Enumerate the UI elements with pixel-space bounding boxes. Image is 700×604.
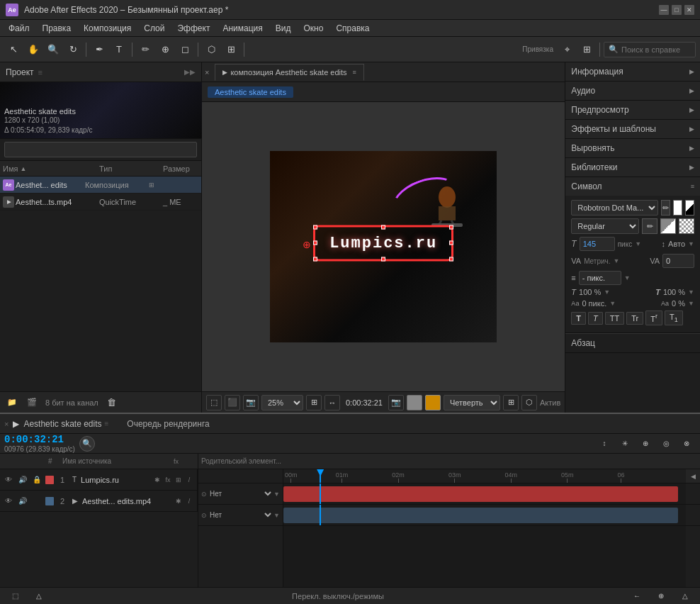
layer-lock-1[interactable] bbox=[31, 496, 43, 507]
pixel-btn[interactable]: ⬡ bbox=[521, 395, 537, 410]
timeline-close-btn[interactable]: × bbox=[4, 420, 9, 428]
menu-window[interactable]: Окно bbox=[298, 22, 329, 35]
tool-text[interactable]: T bbox=[110, 40, 128, 59]
indent-down-arrow[interactable]: ▼ bbox=[624, 274, 631, 281]
layer-eye-0[interactable]: 👁 bbox=[3, 474, 14, 486]
panel-menu-icon[interactable]: ≡ bbox=[38, 68, 43, 77]
status-btn-2[interactable]: △ bbox=[30, 587, 48, 605]
indent-input[interactable] bbox=[579, 271, 621, 285]
layer-prop-fx[interactable]: fx bbox=[163, 475, 173, 485]
subscript-btn[interactable]: T1 bbox=[665, 311, 683, 325]
layer-prop-star[interactable]: ✱ bbox=[152, 475, 162, 485]
timeline-timecode[interactable]: 0:00:32:21 bbox=[4, 434, 75, 445]
minimize-button[interactable]: — bbox=[659, 5, 669, 15]
tool-brush[interactable]: ✏ bbox=[136, 40, 154, 59]
layer-name-0[interactable]: Lumpics.ru bbox=[81, 476, 149, 484]
new-comp-btn[interactable]: 🎬 bbox=[23, 393, 41, 412]
status-btn-5[interactable]: △ bbox=[676, 587, 694, 605]
style-pencil-btn[interactable]: ✏ bbox=[642, 218, 657, 234]
transport-btn-5[interactable]: ⊗ bbox=[677, 435, 696, 453]
status-btn-4[interactable]: ⊕ bbox=[652, 587, 670, 605]
auto-down-arrow[interactable]: ▼ bbox=[688, 240, 694, 247]
style-dropdown[interactable]: Regular Bold Italic bbox=[571, 218, 639, 234]
scale-h-down[interactable]: ▼ bbox=[604, 289, 610, 296]
font-stroke-swatch[interactable] bbox=[685, 200, 694, 216]
grid-btn[interactable]: ⊞ bbox=[503, 395, 519, 410]
layer1-prop-star[interactable]: ✱ bbox=[174, 496, 184, 506]
smallcaps-btn[interactable]: Tr bbox=[626, 312, 643, 325]
lumpics-text[interactable]: Lumpics.ru bbox=[329, 234, 437, 252]
transport-btn-2[interactable]: ✳ bbox=[616, 435, 634, 453]
maximize-button[interactable]: □ bbox=[672, 5, 682, 15]
tool-align-grid[interactable]: ⊞ bbox=[577, 40, 596, 59]
fit-btn[interactable]: ⊞ bbox=[306, 395, 322, 410]
close-button[interactable]: ✕ bbox=[684, 5, 694, 15]
scale-v-down[interactable]: ▼ bbox=[688, 289, 694, 296]
composition-tab[interactable]: ▶ композиция Aesthetic skate edits ≡ bbox=[215, 64, 363, 81]
project-search-input[interactable] bbox=[4, 142, 197, 157]
help-search-input[interactable] bbox=[621, 45, 691, 54]
text-overlay-container[interactable]: ⊕ Lumpics.ru bbox=[313, 225, 453, 261]
transport-search-btn[interactable]: 🔍 bbox=[79, 436, 95, 452]
layer-prop-adj[interactable]: / bbox=[184, 475, 194, 485]
style-checker-swatch[interactable] bbox=[679, 218, 694, 234]
comp-name-tag[interactable]: Aesthetic skate edits bbox=[208, 86, 293, 98]
audio-section-header[interactable]: Аудио ▶ bbox=[565, 82, 700, 100]
color-btn2[interactable] bbox=[425, 395, 441, 410]
snapshot-btn[interactable]: 📷 bbox=[388, 395, 404, 410]
menu-help[interactable]: Справка bbox=[330, 22, 375, 35]
layer-audio-1[interactable]: 🔊 bbox=[17, 496, 28, 507]
style-swatch[interactable] bbox=[660, 218, 676, 234]
preview-section-header[interactable]: Предпросмотр ▶ bbox=[565, 101, 700, 119]
tool-clone[interactable]: ⊕ bbox=[156, 40, 174, 59]
new-folder-btn[interactable]: 📁 bbox=[3, 393, 21, 412]
libraries-section-header[interactable]: Библиотеки ▶ bbox=[565, 158, 700, 177]
tool-rotate[interactable]: ↻ bbox=[64, 40, 82, 59]
baseline-down[interactable]: ▼ bbox=[609, 300, 616, 307]
tool-pen[interactable]: ✒ bbox=[90, 40, 108, 59]
parent-select-0[interactable]: Нет bbox=[207, 489, 273, 498]
status-btn-1[interactable]: ⬚ bbox=[6, 587, 24, 605]
tool-puppet[interactable]: ⊞ bbox=[222, 40, 240, 59]
arrows-btn[interactable]: ↔ bbox=[324, 395, 340, 410]
layer-lock-0[interactable]: 🔒 bbox=[31, 474, 43, 486]
file-item-1[interactable]: ▶ Aesthet...ts.mp4 QuickTime _ ME bbox=[0, 194, 201, 211]
allcaps-btn[interactable]: TT bbox=[605, 312, 624, 325]
transport-btn-1[interactable]: ↕ bbox=[595, 435, 614, 453]
layer-prop-frame[interactable]: ⊞ bbox=[174, 475, 184, 485]
panel-expand-icon[interactable]: ▶▶ bbox=[184, 68, 196, 76]
transport-btn-3[interactable]: ⊕ bbox=[636, 435, 655, 453]
transport-btn-4[interactable]: ◎ bbox=[657, 435, 675, 453]
parent-select-1[interactable]: Нет bbox=[207, 510, 273, 520]
timeline-tab-menu[interactable]: ≡ bbox=[105, 420, 109, 427]
menu-file[interactable]: Файл bbox=[3, 22, 35, 35]
camera-btn[interactable]: 📷 bbox=[243, 395, 259, 410]
italic-btn[interactable]: T bbox=[588, 312, 603, 325]
effects-section-header[interactable]: Эффекты и шаблоны ▶ bbox=[565, 120, 700, 138]
tool-roto[interactable]: ⬡ bbox=[202, 40, 220, 59]
layer-row-1[interactable]: 👁 🔊 2 ▶ Aesthet... edits.mp4 ✱ / bbox=[0, 491, 198, 512]
font-pencil-btn[interactable]: ✏ bbox=[661, 200, 670, 216]
layer-eye-1[interactable]: 👁 bbox=[3, 496, 14, 507]
render-queue-btn[interactable]: Очередь рендеринга bbox=[127, 419, 209, 429]
size-down-arrow[interactable]: ▼ bbox=[635, 240, 641, 247]
comp-tab-close[interactable]: ≡ bbox=[353, 69, 356, 76]
metrics-down-arrow[interactable]: ▼ bbox=[614, 257, 620, 264]
font-dropdown[interactable]: Robotron Dot Ma... bbox=[571, 200, 658, 216]
info-section-header[interactable]: Информация ▶ bbox=[565, 62, 700, 81]
tool-snap[interactable]: ⌖ bbox=[558, 40, 576, 59]
parent-down-1[interactable]: ▼ bbox=[273, 512, 280, 519]
paragraph-section-header[interactable]: Абзац bbox=[565, 333, 700, 352]
canvas-area[interactable]: ⊕ Lumpics.ru bbox=[202, 102, 565, 391]
tool-selection[interactable]: ↖ bbox=[4, 40, 23, 59]
layer1-prop-pencil[interactable]: / bbox=[184, 496, 194, 506]
color-btn[interactable] bbox=[407, 395, 422, 410]
menu-view[interactable]: Вид bbox=[270, 22, 297, 35]
menu-effect[interactable]: Эффект bbox=[171, 22, 215, 35]
menu-layer[interactable]: Слой bbox=[138, 22, 170, 35]
tool-hand[interactable]: ✋ bbox=[24, 40, 43, 59]
timeline-end-handle[interactable]: ◀ bbox=[686, 469, 700, 483]
superscript-btn[interactable]: Tr bbox=[645, 311, 662, 325]
bold-btn[interactable]: T bbox=[571, 312, 586, 325]
tracking-input[interactable] bbox=[662, 254, 694, 268]
